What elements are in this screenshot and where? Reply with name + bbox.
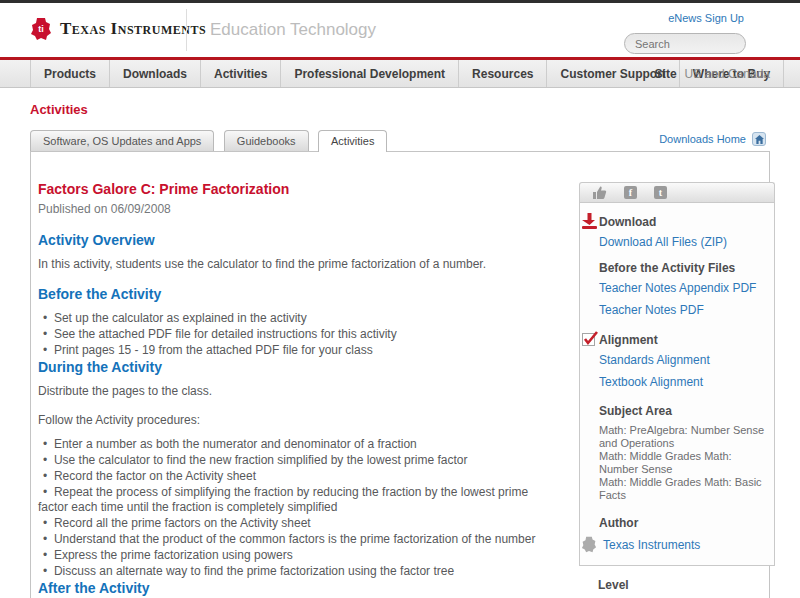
search-box: » [624, 33, 746, 54]
before-bullet-list: Set up the calculator as explained in th… [38, 311, 556, 358]
during-text: Distribute the pages to the class. [38, 384, 556, 399]
nav-item-professional-development[interactable]: Professional Development [281, 60, 459, 87]
ti-author-icon [581, 536, 597, 553]
published-date: Published on 06/09/2008 [38, 202, 556, 216]
level-heading: Level [598, 578, 775, 592]
section-heading-overview: Activity Overview [38, 232, 556, 248]
division-title: Education Technology [210, 20, 376, 40]
search-input[interactable] [625, 34, 746, 53]
list-item: Print pages 15 - 19 from the attached PD… [38, 343, 556, 358]
standards-alignment-link[interactable]: Standards Alignment [599, 353, 766, 367]
download-icon [582, 213, 597, 233]
home-icon[interactable] [752, 132, 766, 146]
tab-guidebooks[interactable]: Guidebooks [224, 130, 309, 151]
subject-line: Math: Middle Grades Math: Number Sense [599, 450, 766, 476]
teacher-notes-appendix-link[interactable]: Teacher Notes Appendix PDF [599, 281, 766, 295]
twitter-icon[interactable]: t [654, 186, 667, 199]
nav-item-resources[interactable]: Resources [459, 60, 547, 87]
facebook-icon[interactable]: f [624, 186, 637, 199]
header-divider [186, 9, 187, 51]
overview-text: In this activity, students use the calcu… [38, 257, 556, 272]
tab-activities[interactable]: Activities [318, 130, 387, 152]
downloads-home-link[interactable]: Downloads Home [659, 133, 746, 145]
ti-logo-icon: ti [30, 17, 52, 41]
author-heading: Author [599, 516, 766, 530]
nav-item-products[interactable]: Products [30, 60, 110, 87]
alignment-checkbox-icon [582, 331, 599, 351]
download-heading: Download [599, 215, 766, 229]
list-item: Discuss an alternate way to find the pri… [38, 564, 556, 579]
site-region-selector[interactable]: US and Canada [685, 67, 770, 81]
list-item: Understand that the product of the commo… [38, 532, 556, 547]
enews-signup-link[interactable]: eNews Sign Up [668, 12, 744, 24]
section-heading-before: Before the Activity [38, 286, 556, 302]
procedures-intro: Follow the Activity procedures: [38, 413, 556, 428]
teacher-notes-link[interactable]: Teacher Notes PDF [599, 303, 766, 317]
list-item: Set up the calculator as explained in th… [38, 311, 556, 326]
nav-item-activities[interactable]: Activities [201, 60, 281, 87]
subject-line: Math: Middle Grades Math: Basic Facts [599, 476, 766, 502]
content-panel: Factors Galore C: Prime Factorization Pu… [30, 151, 770, 598]
list-item: Record the factor on the Activity sheet [38, 469, 556, 484]
site-label: Site [655, 67, 677, 81]
list-item: Repeat the process of simplifying the fr… [38, 485, 556, 515]
site-header: ti Texas Instruments Education Technolog… [0, 3, 800, 57]
procedures-bullet-list: Enter a number as both the numerator and… [38, 437, 556, 579]
tabs-row: Software, OS Updates and Apps Guidebooks… [30, 129, 800, 151]
tab-software-os-updates[interactable]: Software, OS Updates and Apps [30, 130, 214, 151]
alignment-heading: Alignment [599, 333, 766, 347]
activity-info-box: Download Download All Files (ZIP) Before… [579, 202, 775, 566]
list-item: Enter a number as both the numerator and… [38, 437, 556, 452]
textbook-alignment-link[interactable]: Textbook Alignment [599, 375, 766, 389]
sidebar: f t Download Download All Files (ZIP) Be… [579, 182, 775, 598]
section-heading-after: After the Activity [38, 580, 556, 596]
list-item: Record all the prime factors on the Acti… [38, 516, 556, 531]
author-link[interactable]: Texas Instruments [603, 538, 700, 552]
main-nav: Products Downloads Activities Profession… [0, 60, 800, 88]
brand-name: Texas Instruments [60, 19, 206, 39]
activity-article: Factors Galore C: Prime Factorization Pu… [31, 152, 556, 598]
page-title: Activities [30, 102, 800, 117]
download-all-files-link[interactable]: Download All Files (ZIP) [599, 235, 766, 249]
activity-meta: Level 6-8 Activity Time 60 Minutes Devic… [579, 566, 775, 598]
subject-area-heading: Subject Area [599, 404, 766, 418]
before-files-heading: Before the Activity Files [599, 261, 766, 275]
list-item: Express the prime factorization using po… [38, 548, 556, 563]
like-icon[interactable] [592, 186, 607, 200]
social-share-bar: f t [579, 182, 775, 202]
list-item: See the attached PDF file for detailed i… [38, 327, 556, 342]
article-title: Factors Galore C: Prime Factorization [38, 181, 556, 197]
section-heading-during: During the Activity [38, 359, 556, 375]
ti-logo[interactable]: ti Texas Instruments [30, 17, 206, 41]
nav-item-downloads[interactable]: Downloads [110, 60, 201, 87]
svg-text:ti: ti [38, 24, 44, 34]
list-item: Use the calculator to find the new fract… [38, 453, 556, 468]
subject-line: Math: PreAlgebra: Number Sense and Opera… [599, 424, 766, 450]
